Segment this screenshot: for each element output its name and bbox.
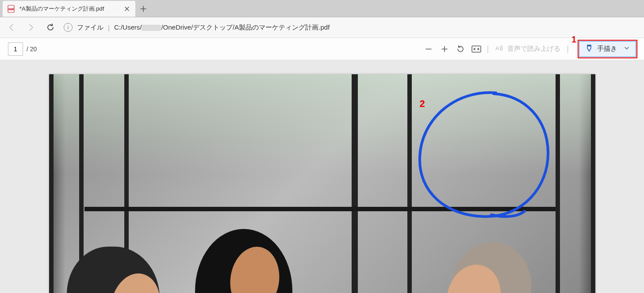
svg-rect-4 [68, 27, 68, 29]
toolbar-separator-2: | [567, 44, 569, 53]
zoom-in-button[interactable] [437, 41, 452, 57]
address-path: C:/Users//OneDrive/デスクトップ/A製品のマーケティング計画.… [114, 23, 330, 32]
image-background-line [49, 74, 54, 293]
pdf-toolbar: / 20 | A 音声で読み上げる | 1 手描き [0, 38, 644, 60]
page-number-input[interactable] [8, 42, 23, 56]
draw-button[interactable]: 手描き [579, 41, 636, 57]
redacted-username [142, 25, 161, 31]
page-total-label: / 20 [27, 46, 37, 53]
zoom-out-button[interactable] [421, 41, 437, 57]
rotate-button[interactable] [452, 41, 468, 57]
refresh-button[interactable] [44, 21, 57, 34]
site-info-icon[interactable] [64, 23, 73, 32]
read-aloud-button[interactable]: A 音声で読み上げる [495, 44, 560, 53]
image-background-line [352, 74, 358, 293]
image-background-line [84, 207, 556, 211]
pdf-page: 2 [49, 74, 595, 293]
address-file-label: ファイル [77, 23, 104, 32]
forward-button[interactable] [25, 21, 37, 34]
browser-tab-bar: PDF *A製品のマーケティング計画.pdf [0, 0, 644, 17]
annotation-callout-2: 2 [420, 98, 425, 110]
fit-page-button[interactable] [468, 41, 484, 57]
svg-text:PDF: PDF [9, 8, 13, 10]
ink-annotation-circle [412, 88, 553, 220]
read-aloud-icon: A [495, 44, 504, 53]
back-button[interactable] [5, 21, 18, 34]
read-aloud-label: 音声で読み上げる [507, 45, 560, 53]
svg-point-3 [68, 26, 69, 27]
browser-nav-bar: ファイル | C:/Users//OneDrive/デスクトップ/A製品のマーケ… [0, 17, 644, 38]
active-tab[interactable]: PDF *A製品のマーケティング計画.pdf [3, 1, 135, 17]
image-background-line [556, 74, 560, 293]
new-tab-button[interactable] [135, 1, 151, 17]
address-bar[interactable]: ファイル | C:/Users//OneDrive/デスクトップ/A製品のマーケ… [64, 23, 639, 32]
annotation-callout-1: 1 [571, 34, 576, 45]
toolbar-separator: | [487, 44, 489, 53]
address-separator: | [108, 24, 110, 31]
chevron-down-icon[interactable] [624, 46, 629, 52]
pdf-icon: PDF [7, 5, 15, 13]
tab-title: *A製品のマーケティング計画.pdf [19, 5, 119, 13]
image-background-line [591, 74, 595, 293]
svg-text:A: A [495, 45, 499, 52]
highlighter-icon [586, 44, 593, 53]
close-icon[interactable] [123, 5, 131, 13]
svg-rect-7 [587, 45, 591, 46]
pdf-viewport[interactable]: 2 [0, 60, 644, 293]
svg-rect-5 [472, 46, 481, 52]
image-background-line [407, 74, 412, 293]
draw-button-label: 手描き [597, 45, 617, 53]
